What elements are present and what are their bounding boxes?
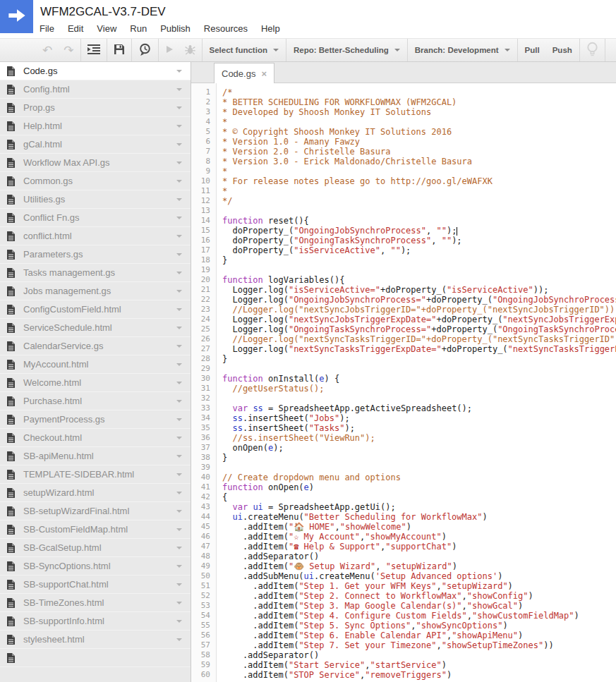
sidebar-item-conflict-html[interactable]: conflict.html (0, 227, 191, 245)
sidebar-item-workflow-max-api-gs[interactable]: Workflow Max API.gs (0, 154, 191, 172)
code-line[interactable]: doProperty_("OngoingTaskSynchroProcess",… (222, 236, 616, 245)
sidebar-item-calendarservice-gs[interactable]: CalendarService.gs (0, 337, 191, 355)
sidebar-item-stylesheet-html[interactable]: stylesheet.html (0, 631, 191, 649)
line-number[interactable]: 25 (191, 324, 216, 334)
tab-code-gs[interactable]: Code.gs × (214, 63, 274, 83)
line-number[interactable]: 48 (191, 552, 216, 561)
code-line[interactable]: .addItem("STOP Service","removeTriggers"… (222, 670, 616, 680)
sidebar-item-conflict-fn-gs[interactable]: Conflict Fn.gs (0, 209, 191, 227)
code-line[interactable]: .addItem("☆ My Account","showMyAccount") (222, 532, 616, 542)
chevron-down-icon[interactable] (176, 235, 182, 238)
code-line[interactable]: Logger.log("OngoingTaskSynchroProcess="+… (222, 324, 616, 334)
line-number[interactable]: 53 (191, 601, 216, 611)
menu-view[interactable]: View (97, 23, 116, 34)
code-line[interactable]: .addItem("☎ Help & Support","supportChat… (222, 542, 616, 552)
chevron-down-icon[interactable] (176, 638, 182, 641)
sidebar-item-serviceschedule-html[interactable]: ServiceSchedule.html (0, 319, 191, 337)
chevron-down-icon[interactable] (176, 345, 182, 348)
line-number[interactable]: 3 (191, 107, 216, 117)
sidebar-item-prop-gs[interactable]: Prop.gs (0, 99, 191, 117)
sidebar-item-setupwizard-html[interactable]: setupWizard.html (0, 484, 191, 502)
line-number[interactable]: 5 (191, 127, 216, 137)
line-number[interactable]: 20 (191, 275, 216, 285)
sidebar-item-purchase-html[interactable]: Purchase.html (0, 392, 191, 410)
sidebar-item-sb-timezones-html[interactable]: SB-TimeZones.html (0, 594, 191, 612)
sidebar-item-sb-gcalsetup-html[interactable]: SB-GcalSetup.html (0, 539, 191, 557)
sidebar-item-gcal-html[interactable]: gCal.html (0, 135, 191, 154)
line-number[interactable]: 28 (191, 354, 216, 364)
sidebar-item-config-html[interactable]: Config.html (0, 80, 191, 99)
sidebar-item-jobs-management-gs[interactable]: Jobs management.gs (0, 282, 191, 300)
chevron-down-icon[interactable] (176, 620, 182, 623)
chevron-down-icon[interactable] (176, 88, 182, 91)
sidebar-item-tasks-management-gs[interactable]: Tasks management.gs (0, 264, 191, 282)
code-line[interactable]: .addItem("Step 3. Map Google Calendar(s)… (222, 601, 616, 611)
chevron-down-icon[interactable] (176, 492, 182, 494)
menu-help[interactable]: Help (261, 23, 280, 34)
line-number[interactable]: 39 (191, 463, 216, 473)
chevron-down-icon[interactable] (176, 510, 182, 513)
line-number[interactable]: 43 (191, 502, 216, 512)
chevron-down-icon[interactable] (176, 162, 182, 164)
line-number[interactable]: 45 (191, 522, 216, 532)
line-number[interactable]: 59 (191, 660, 216, 670)
line-number[interactable]: 32 (191, 394, 216, 403)
code-line[interactable] (222, 463, 616, 473)
line-number[interactable]: 12 (191, 196, 216, 206)
code-line[interactable]: Logger.log("nextSyncTasksTriggerExpDate=… (222, 344, 616, 354)
code-line[interactable]: doProperty_("OngoingJobSynchroProcess", … (222, 226, 616, 236)
code-line[interactable]: * BETTER SCHEDULING FOR WORKFLOWMAX (WFM… (222, 97, 616, 107)
chevron-down-icon[interactable] (176, 400, 182, 403)
code-line[interactable]: * Developed by Shoosh Monkey IT Solution… (222, 107, 616, 117)
chevron-down-icon[interactable] (176, 290, 182, 293)
line-numbers[interactable]: 1234567891011121314151617181920212223242… (191, 83, 217, 682)
sidebar-item-myaccount-html[interactable]: MyAccount.html (0, 355, 191, 374)
sidebar-item-utilities-gs[interactable]: Utilities.gs (0, 190, 191, 209)
chevron-down-icon[interactable] (176, 473, 182, 476)
code-line[interactable]: Logger.log("isServiceActive="+doProperty… (222, 285, 616, 295)
menu-file[interactable]: File (40, 23, 54, 34)
code-line[interactable]: ss.insertSheet("Jobs"); (222, 413, 616, 423)
push-button[interactable]: Push (546, 39, 579, 61)
line-number[interactable]: 11 (191, 186, 216, 196)
code-line[interactable]: var ss = SpreadsheetApp.getActiveSpreads… (222, 403, 616, 413)
line-number[interactable]: 56 (191, 631, 216, 640)
code-line[interactable]: ss.insertSheet("Tasks"); (222, 423, 616, 433)
chevron-down-icon[interactable] (176, 455, 182, 458)
code-line[interactable]: .addItem("Step 4. Configure Custom Field… (222, 611, 616, 621)
chevron-down-icon[interactable] (176, 253, 182, 256)
menu-edit[interactable]: Edit (68, 23, 83, 34)
chevron-down-icon[interactable] (176, 70, 182, 73)
code-line[interactable]: .addItem("Step 7. Set your Timezone","sh… (222, 640, 616, 650)
line-number[interactable]: 1 (191, 87, 216, 97)
line-number[interactable]: 50 (191, 571, 216, 581)
sidebar-item-sb-supportinfo-html[interactable]: SB-supportInfo.html (0, 612, 191, 631)
menu-run[interactable]: Run (130, 23, 147, 34)
line-number[interactable]: 54 (191, 611, 216, 621)
select-function-dropdown[interactable]: Select function (203, 39, 285, 61)
line-number[interactable]: 49 (191, 561, 216, 571)
chevron-down-icon[interactable] (176, 143, 182, 146)
sidebar-item-sb-supportchat-html[interactable]: SB-supportChat.html (0, 576, 191, 594)
code-line[interactable]: function reset(){ (222, 216, 616, 226)
run-button[interactable] (159, 39, 179, 61)
line-number[interactable]: 19 (191, 265, 216, 275)
code-line[interactable] (222, 394, 616, 403)
line-number[interactable]: 22 (191, 295, 216, 305)
code-line[interactable]: .addItem("Step 1. Get your WFM Keys","se… (222, 581, 616, 591)
line-number[interactable]: 40 (191, 473, 216, 482)
sidebar-item-checkout-html[interactable]: Checkout.html (0, 429, 191, 447)
save-button[interactable] (108, 39, 131, 61)
code-line[interactable]: * (222, 117, 616, 127)
line-number[interactable]: 37 (191, 443, 216, 453)
code-lines[interactable]: /** BETTER SCHEDULING FOR WORKFLOWMAX (W… (217, 83, 616, 682)
sidebar-item-common-gs[interactable]: Common.gs (0, 172, 191, 190)
chevron-down-icon[interactable] (176, 180, 182, 183)
code-line[interactable]: * For release notes please go to http://… (222, 176, 616, 186)
code-line[interactable]: .addItem("🐵 Setup Wizard", "setupWizard"… (222, 561, 616, 571)
code-line[interactable]: var ui = SpreadsheetApp.getUi(); (222, 502, 616, 512)
line-number[interactable]: 14 (191, 216, 216, 226)
code-line[interactable]: //Logger.log("nextSyncTasksTriggerID="+d… (222, 334, 616, 344)
line-number[interactable]: 55 (191, 621, 216, 631)
line-number[interactable]: 34 (191, 413, 216, 423)
